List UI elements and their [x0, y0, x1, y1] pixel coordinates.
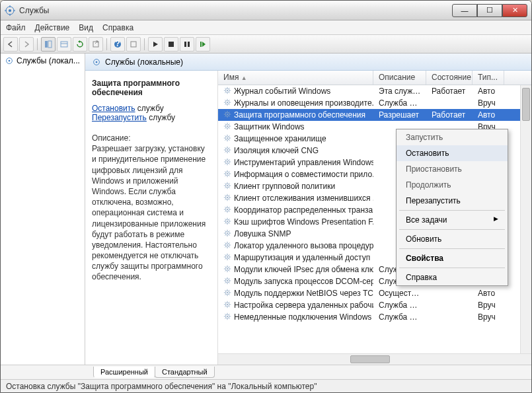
- horizontal-scrollbar[interactable]: [218, 353, 531, 365]
- svg-line-58: [225, 124, 226, 125]
- col-header-name[interactable]: Имя ▲: [218, 71, 373, 85]
- stop-service-link[interactable]: Остановить: [92, 104, 135, 113]
- back-button[interactable]: [3, 37, 18, 52]
- svg-line-150: [229, 231, 230, 232]
- toolbar-button-8[interactable]: [126, 37, 141, 52]
- ctx-restart[interactable]: Перезапустить: [397, 193, 508, 209]
- title-bar[interactable]: Службы — ☐ ✕: [1, 1, 531, 20]
- svg-point-19: [9, 60, 11, 62]
- svg-point-1: [9, 9, 11, 12]
- svg-point-203: [227, 303, 228, 304]
- svg-line-128: [225, 207, 226, 208]
- vertical-scrollbar[interactable]: [520, 85, 531, 353]
- description-text: Разрешает загрузку, установку и принудит…: [92, 143, 211, 282]
- svg-line-211: [225, 306, 226, 307]
- svg-rect-17: [200, 42, 202, 47]
- cell-name: Локатор удаленного вызова процедур...: [218, 240, 373, 252]
- svg-point-143: [227, 232, 228, 233]
- svg-line-78: [225, 147, 226, 149]
- table-row[interactable]: Журнал событий WindowsЭта служб...Работа…: [218, 85, 531, 97]
- export-button[interactable]: [89, 37, 103, 52]
- table-row[interactable]: Защита программного обеспеченияРазрешает…: [218, 109, 531, 121]
- cell-name: Клиент групповой политики: [218, 181, 373, 192]
- refresh-button[interactable]: [73, 37, 87, 52]
- svg-line-129: [229, 211, 230, 212]
- gear-icon: [223, 241, 231, 251]
- menu-file[interactable]: Файл: [6, 23, 26, 32]
- help-button[interactable]: ?: [110, 37, 125, 52]
- tab-standard[interactable]: Стандартный: [155, 367, 215, 378]
- ctx-help[interactable]: Справка: [397, 269, 508, 285]
- detail-description: Описание: Разрешает загрузку, установку …: [92, 133, 211, 283]
- context-menu: Запустить Остановить Приостановить Продо…: [396, 129, 508, 286]
- gear-icon: [223, 301, 231, 310]
- svg-line-199: [229, 294, 230, 295]
- detail-stop-line: Остановить службу: [92, 104, 211, 113]
- svg-line-168: [225, 254, 226, 256]
- start-service-button[interactable]: [148, 37, 163, 52]
- svg-line-170: [229, 254, 230, 256]
- minimize-button[interactable]: —: [452, 4, 477, 17]
- svg-line-89: [229, 163, 230, 164]
- ctx-pause[interactable]: Приостановить: [397, 161, 508, 177]
- window-title: Службы: [19, 6, 452, 15]
- table-row[interactable]: Модуль поддержки NetBIOS через TCP...Осу…: [218, 287, 531, 299]
- ctx-start[interactable]: Запустить: [397, 129, 508, 145]
- col-header-state[interactable]: Состояние: [426, 71, 473, 85]
- ctx-refresh[interactable]: Обновить: [397, 231, 508, 247]
- col-header-type[interactable]: Тип...: [473, 71, 504, 85]
- stop-service-button[interactable]: [164, 37, 178, 52]
- svg-line-109: [229, 187, 230, 188]
- col-header-desc[interactable]: Описание: [373, 71, 426, 85]
- menu-bar: Файл Действие Вид Справка: [1, 20, 531, 35]
- svg-line-178: [225, 266, 226, 268]
- svg-line-91: [225, 163, 226, 164]
- gear-icon: [223, 98, 231, 108]
- menu-help[interactable]: Справка: [102, 23, 133, 32]
- cell-name: Координатор распределенных транзак...: [218, 205, 373, 216]
- ctx-resume[interactable]: Продолжить: [397, 177, 508, 193]
- svg-line-149: [229, 234, 230, 236]
- menu-view[interactable]: Вид: [79, 23, 93, 32]
- menu-action[interactable]: Действие: [35, 23, 70, 32]
- svg-text:?: ?: [115, 40, 120, 48]
- cell-name: Информация о совместимости прило...: [218, 169, 373, 180]
- pause-service-button[interactable]: [180, 37, 194, 52]
- svg-rect-8: [61, 42, 67, 47]
- ctx-all-tasks[interactable]: Все задачи: [397, 212, 508, 228]
- cell-type: Вруч: [473, 300, 504, 310]
- ctx-stop[interactable]: Остановить: [397, 145, 508, 161]
- svg-point-73: [227, 149, 228, 150]
- cell-desc: Эта служб...: [373, 86, 426, 96]
- svg-point-93: [227, 172, 228, 174]
- table-row[interactable]: Журналы и оповещения производите...Служб…: [218, 97, 531, 109]
- restart-service-button[interactable]: [196, 37, 210, 52]
- tab-extended[interactable]: Расширенный: [93, 367, 155, 378]
- table-row[interactable]: Настройка сервера удаленных рабочи...Слу…: [218, 299, 531, 311]
- svg-line-221: [225, 318, 226, 319]
- cell-name: Модуль поддержки NetBIOS через TCP...: [218, 288, 373, 299]
- description-label: Описание:: [92, 133, 211, 143]
- ctx-properties[interactable]: Свойства: [397, 250, 508, 266]
- svg-line-81: [225, 151, 226, 153]
- maximize-button[interactable]: ☐: [477, 4, 502, 17]
- svg-line-198: [225, 290, 226, 291]
- table-row[interactable]: Немедленные подключения Windows ...Служб…: [218, 311, 531, 323]
- svg-line-131: [225, 211, 226, 212]
- svg-line-49: [229, 116, 230, 117]
- forward-button[interactable]: [19, 37, 34, 52]
- close-button[interactable]: ✕: [502, 4, 527, 17]
- properties-button[interactable]: [57, 37, 71, 52]
- cell-name: Клиент отслеживания изменившихся ...: [218, 193, 373, 204]
- restart-service-link[interactable]: Перезапустить: [92, 113, 147, 122]
- cell-name: Ловушка SNMP: [218, 229, 373, 240]
- detail-pane: Защита программного обеспечения Останови…: [85, 71, 217, 365]
- show-hide-tree-button[interactable]: [41, 37, 56, 52]
- svg-line-61: [225, 127, 226, 129]
- cell-state: [426, 304, 473, 306]
- tree-root-item[interactable]: Службы (локал...: [1, 54, 85, 68]
- svg-line-30: [229, 88, 230, 89]
- svg-line-51: [225, 116, 226, 117]
- gear-icon: [223, 217, 231, 227]
- detail-restart-line: Перезапустить службу: [92, 113, 211, 122]
